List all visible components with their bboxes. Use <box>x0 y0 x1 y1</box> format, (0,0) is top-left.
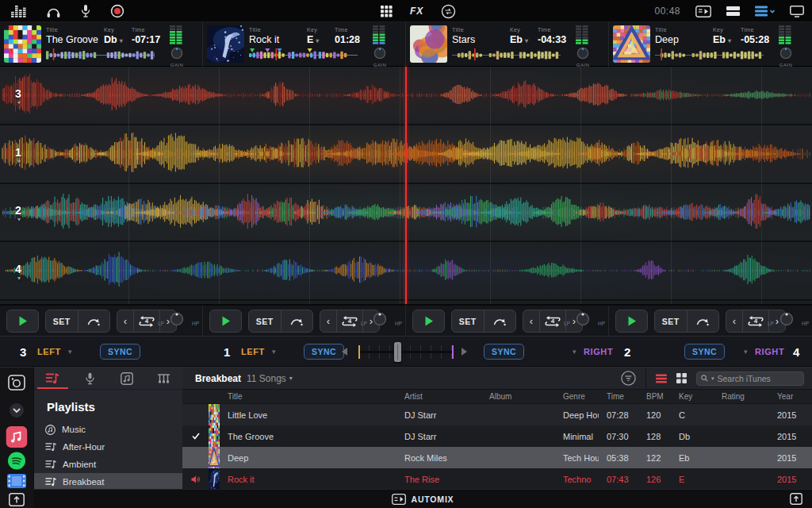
crossfade-left-arrow[interactable] <box>342 348 347 356</box>
crossfade-right-arrow[interactable] <box>462 348 467 356</box>
open-window-icon[interactable] <box>790 493 802 505</box>
loop-button[interactable]: 4 <box>336 310 362 332</box>
column-genre[interactable]: Genre <box>555 392 599 401</box>
column-year[interactable]: Year <box>769 392 812 401</box>
sync-button[interactable]: SYNC <box>484 344 524 360</box>
sidebar-item-music[interactable]: Music <box>34 421 182 438</box>
camera-icon[interactable] <box>8 375 25 391</box>
chevron-down-icon[interactable]: ▾ <box>272 348 276 356</box>
table-row-selected[interactable]: Deep Rock Miles Tech House 05:38 122 Eb … <box>182 447 812 468</box>
chevron-down-icon[interactable]: ▾ <box>68 348 72 356</box>
side-assign-select[interactable]: LEFT <box>241 347 265 356</box>
sync-button[interactable]: SYNC <box>304 344 344 360</box>
track-overview[interactable] <box>655 48 764 60</box>
tab-playlists[interactable] <box>34 368 71 389</box>
column-rating[interactable]: Rating <box>714 392 769 401</box>
track-overview[interactable] <box>46 48 155 60</box>
search-field[interactable]: ▾ <box>696 371 804 386</box>
loop-mode-icon[interactable] <box>441 4 456 19</box>
microphone-icon[interactable] <box>80 4 91 18</box>
song-count[interactable]: 11 Songs <box>247 373 286 384</box>
search-input[interactable] <box>718 374 799 383</box>
table-row-playing[interactable]: Rock it The Rise Techno 07:43 126 E 2015 <box>182 468 812 490</box>
tab-sampler[interactable] <box>145 368 182 389</box>
itunes-source-icon[interactable] <box>6 426 28 448</box>
play-button[interactable] <box>6 310 39 333</box>
track-overview[interactable] <box>452 48 561 60</box>
grid-icon[interactable] <box>381 6 393 17</box>
loop-button[interactable]: 4 <box>133 310 159 332</box>
side-assign-select[interactable]: RIGHT <box>755 347 784 356</box>
column-album[interactable]: Album <box>481 392 555 401</box>
deck-selector[interactable]: 4▾ <box>15 264 21 276</box>
key-select[interactable]: Eb▾ <box>510 34 528 45</box>
collapse-chevron-icon[interactable] <box>9 402 25 418</box>
key-select[interactable]: E▾ <box>307 34 319 45</box>
gain-knob[interactable]: GAIN <box>370 47 389 67</box>
track-overview[interactable] <box>249 48 358 60</box>
jump-button[interactable] <box>78 310 110 332</box>
column-time[interactable]: Time <box>599 392 638 401</box>
deck-selector[interactable]: 3▾ <box>15 87 21 100</box>
set-cue-button[interactable]: SET <box>655 310 687 332</box>
column-title[interactable]: Title <box>220 392 396 401</box>
loop-button[interactable]: 4 <box>742 310 768 332</box>
loop-halve-button[interactable]: ‹ <box>320 310 336 332</box>
display-icon[interactable] <box>790 6 804 17</box>
files-source-icon[interactable] <box>9 493 25 506</box>
tab-music-library[interactable] <box>109 368 146 389</box>
jump-button[interactable] <box>281 310 313 332</box>
deck-selector[interactable]: 1▾ <box>15 146 21 159</box>
column-artist[interactable]: Artist <box>396 392 481 401</box>
deck-selector[interactable]: 2▾ <box>15 205 21 217</box>
chevron-down-icon[interactable]: ▾ <box>289 375 293 382</box>
crossfader[interactable] <box>358 345 454 359</box>
key-select[interactable]: Eb▾ <box>713 34 731 45</box>
sidebar-item-breakbeat[interactable]: Breakbeat <box>34 473 182 491</box>
play-button[interactable] <box>615 310 648 333</box>
filter-control[interactable]: LPHP <box>768 310 809 333</box>
spotify-source-icon[interactable] <box>8 452 26 470</box>
library-menu-icon[interactable] <box>755 6 775 17</box>
table-row[interactable]: Little Love DJ Starr Deep House 07:28 12… <box>182 404 812 425</box>
side-assign-select[interactable]: LEFT <box>37 347 61 356</box>
jump-button[interactable] <box>484 310 516 332</box>
crossfader-handle[interactable] <box>394 342 401 362</box>
set-cue-button[interactable]: SET <box>452 310 484 332</box>
videos-source-icon[interactable] <box>7 474 26 488</box>
play-button[interactable] <box>412 310 445 333</box>
filter-control[interactable]: LPHP <box>564 310 605 333</box>
gain-knob[interactable]: GAIN <box>573 47 592 67</box>
loop-button[interactable]: 4 <box>539 310 565 332</box>
gain-knob[interactable]: GAIN <box>167 47 186 67</box>
sync-button[interactable]: SYNC <box>100 344 140 360</box>
sync-button[interactable]: SYNC <box>684 344 725 360</box>
list-view-icon[interactable] <box>656 374 667 383</box>
table-row[interactable]: The Groove DJ Starr Minimal 07:30 128 Db… <box>182 425 812 447</box>
sidebar-item-after-hour[interactable]: After-Hour <box>34 438 182 456</box>
key-select[interactable]: Db▾ <box>104 34 123 45</box>
search-scope-chevron[interactable]: ▾ <box>711 375 714 382</box>
fx-button[interactable]: FX <box>410 6 423 17</box>
chevron-down-icon[interactable]: ▾ <box>744 348 748 356</box>
jump-button[interactable] <box>687 310 719 332</box>
automix-button[interactable]: AUTOMIX <box>412 495 454 504</box>
record-button[interactable] <box>110 4 124 18</box>
play-button[interactable] <box>209 310 242 333</box>
loop-halve-button[interactable]: ‹ <box>726 310 742 332</box>
gain-knob[interactable]: GAIN <box>776 47 795 67</box>
headphones-icon[interactable] <box>46 5 61 18</box>
filter-control[interactable]: LPHP <box>361 310 402 333</box>
sidebar-item-ambient[interactable]: Ambient <box>34 456 182 473</box>
filter-icon[interactable] <box>621 371 636 386</box>
set-cue-button[interactable]: SET <box>46 310 78 332</box>
column-key[interactable]: Key <box>671 392 714 401</box>
loop-halve-button[interactable]: ‹ <box>523 310 539 332</box>
set-cue-button[interactable]: SET <box>249 310 281 332</box>
column-bpm[interactable]: BPM <box>638 392 671 401</box>
levels-icon[interactable] <box>11 5 27 18</box>
filter-control[interactable]: LPHP <box>158 310 199 333</box>
chevron-down-icon[interactable]: ▾ <box>573 348 576 356</box>
loop-halve-button[interactable]: ‹ <box>117 310 133 332</box>
grid-view-icon[interactable] <box>676 373 687 383</box>
